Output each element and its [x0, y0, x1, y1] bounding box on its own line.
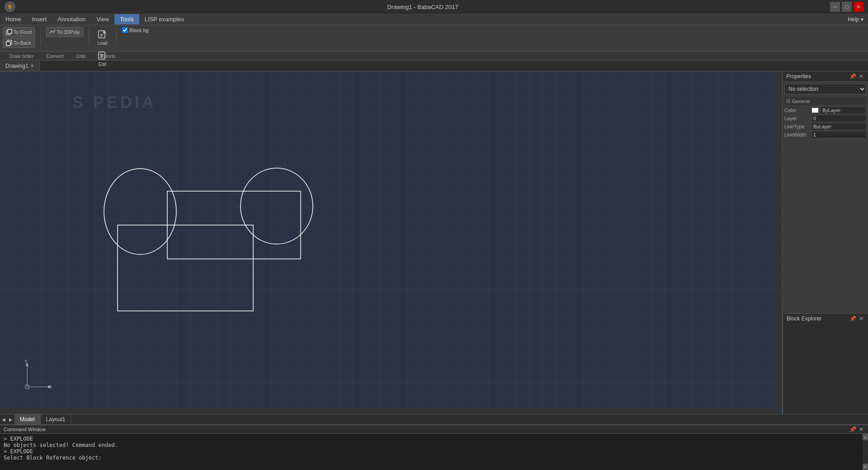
layer-value: 0 [811, 115, 866, 122]
color-row: Color ByLayer [784, 107, 866, 114]
linetype-label: LineType [784, 124, 811, 129]
block-pin-icon[interactable]: 📌 [849, 315, 857, 322]
command-output: > EXPLODE No objects selected! Command e… [0, 434, 863, 470]
to-back-button[interactable]: To Back [3, 38, 35, 48]
to-front-button[interactable]: To Front [3, 27, 35, 37]
color-swatch [811, 108, 819, 113]
to-back-icon [6, 40, 12, 46]
layer-row: Layer 0 [784, 115, 866, 122]
horizontal-scrollbar[interactable] [0, 409, 777, 414]
lisp-group: Load Edit [94, 27, 111, 69]
drawing1-tab[interactable]: Drawing1 ✕ [0, 61, 40, 71]
svg-rect-16 [118, 225, 253, 311]
tab-nav-right[interactable]: ▶ [7, 416, 14, 423]
titlebar: B Drawing1 - BabaCAD 2017 ─ □ ✕ [0, 0, 868, 14]
properties-panel-icons: 📌 ✕ [849, 73, 864, 80]
load-label: Load [97, 41, 107, 46]
properties-header: Properties 📌 ✕ [783, 71, 868, 82]
to-3dpoly-label: To 3DPoly [57, 29, 80, 35]
black-bg-checkbox[interactable] [122, 27, 128, 33]
linewidth-row: LineWidth 1 [784, 131, 866, 138]
properties-title: Properties [786, 73, 811, 80]
cmd-icons: 📌 ✕ [849, 426, 864, 432]
load-icon [97, 29, 108, 40]
black-bg-label: Black bg [130, 28, 149, 33]
tab-close-button[interactable]: ✕ [30, 63, 34, 68]
svg-text:Y: Y [24, 360, 28, 364]
toolbar: To Front To Back To 3DPoly [0, 25, 868, 52]
linewidth-value: 1 [811, 131, 866, 138]
edit-label: Edit [99, 62, 106, 67]
menu-home[interactable]: Home [0, 14, 27, 24]
tab-name: Drawing1 [5, 63, 28, 69]
help-label: Help [848, 16, 859, 23]
command-window-header: Command Window 📌 ✕ [0, 425, 868, 434]
block-explorer-icons: 📌 ✕ [849, 315, 864, 322]
close-button[interactable]: ✕ [854, 2, 863, 12]
toolbar-sep-2 [89, 27, 89, 45]
menu-annotation[interactable]: Annotation [52, 14, 91, 24]
properties-pin-icon[interactable]: 📌 [849, 73, 857, 80]
linetype-row: LineType ByLayer [784, 123, 866, 130]
block-close-icon[interactable]: ✕ [858, 315, 864, 322]
document-tabs: Drawing1 ✕ [0, 61, 868, 71]
menu-insert[interactable]: Insert [27, 14, 52, 24]
cmd-scroll-down[interactable]: ▼ [863, 464, 868, 470]
cmd-pin-icon[interactable]: 📌 [849, 426, 857, 432]
tab-nav-left[interactable]: ◀ [0, 416, 7, 423]
drawing-svg [0, 71, 782, 414]
to-back-label: To Back [14, 40, 31, 46]
model-tab[interactable]: Model [14, 414, 41, 424]
toolbar-sep-3 [116, 27, 117, 45]
help-chevron-icon: ▾ [861, 16, 863, 23]
black-bg-checkbox-label[interactable]: Black bg [122, 27, 149, 33]
3dpoly-icon [49, 29, 56, 35]
cmd-line-1: > EXPLODE [4, 436, 859, 442]
draw-order-section-label: Draw order [3, 52, 40, 60]
cmd-scroll-up[interactable]: ▲ [863, 434, 868, 440]
minimize-button[interactable]: ─ [830, 2, 840, 12]
restore-button[interactable]: □ [842, 2, 852, 12]
load-button[interactable]: Load [94, 27, 111, 47]
options-group: Black bg [122, 27, 149, 33]
to-front-label: To Front [14, 29, 32, 35]
bottom-tabs: ◀ ▶ Model Layout1 [0, 414, 868, 425]
window-title: Drawing1 - BabaCAD 2017 [15, 4, 830, 10]
linetype-value: ByLayer [811, 123, 866, 130]
properties-close-icon[interactable]: ✕ [858, 73, 864, 80]
svg-rect-4 [6, 42, 10, 46]
axis-indicator: Y X [18, 360, 54, 396]
command-window-title: Command Window [4, 427, 46, 432]
help-menu[interactable]: Help ▾ [843, 14, 868, 24]
general-section-header: ⊟ General [784, 97, 866, 105]
properties-panel: Properties 📌 ✕ No selection ⊟ General Co… [782, 71, 868, 414]
drawing-canvas[interactable]: S PEDIA Y X [0, 71, 782, 414]
menubar: Home Insert Annotation View Tools LISP e… [0, 14, 868, 25]
vertical-scrollbar[interactable] [777, 71, 782, 409]
collapse-icon: ⊟ [786, 98, 790, 104]
svg-rect-1 [8, 29, 12, 33]
layer-label: Layer [784, 116, 811, 121]
layout1-tab[interactable]: Layout1 [41, 414, 71, 424]
menu-view[interactable]: View [91, 14, 114, 24]
no-selection-dropdown[interactable]: No selection [784, 84, 866, 94]
app-logo: B [5, 1, 15, 12]
to-3dpoly-button[interactable]: To 3DPoly [46, 27, 83, 37]
cmd-line-3: > EXPLODE [4, 448, 859, 455]
toolbar-labels: Draw order Convert Lisp Options [0, 52, 868, 61]
linewidth-label: LineWidth [784, 132, 811, 137]
lisp-section-label: Lisp [70, 52, 92, 60]
svg-text:X: X [49, 385, 52, 390]
command-window: Command Window 📌 ✕ > EXPLODE No objects … [0, 425, 868, 470]
block-explorer-panel: Block Explorer 📌 ✕ [783, 313, 868, 414]
cmd-scrollbar[interactable]: ▲ ▼ [863, 434, 868, 470]
options-section-label: Options [92, 52, 122, 60]
general-label: General [792, 99, 810, 104]
menu-lisp[interactable]: LISP examples [139, 14, 189, 24]
to-front-icon [6, 29, 12, 35]
main-area: S PEDIA Y X [0, 71, 868, 414]
cmd-close-icon[interactable]: ✕ [858, 426, 864, 432]
block-explorer-title: Block Explorer [787, 315, 821, 322]
cmd-line-4: Select Block Reference object: [4, 455, 859, 461]
menu-tools[interactable]: Tools [114, 14, 139, 24]
